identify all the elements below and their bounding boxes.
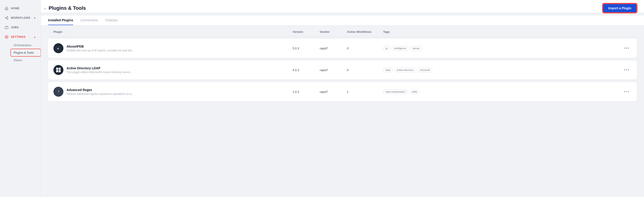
plugin-tags-regex: data manipulation utility — [383, 90, 622, 94]
regex-icon-text: .* — [58, 90, 59, 93]
svg-text:●: ● — [57, 47, 59, 50]
plugin-icon-adldap — [54, 65, 64, 75]
sidebar-item-settings[interactable]: SETTINGS ▲ — [0, 32, 40, 42]
windows-logo-icon — [56, 68, 61, 72]
plugin-info-abuseipdb: ● AbuseIPDB Enables the look up of IP re… — [54, 43, 292, 53]
plugin-meta-adldap: Active Directory LDAP This plugin utiliz… — [66, 66, 133, 74]
plugin-vendor-regex: rapid7 — [320, 90, 347, 94]
col-header-tags: Tags — [383, 30, 622, 34]
workflows-chevron-icon: ▼ — [34, 17, 36, 19]
sidebar-item-plugins[interactable]: Plugins & Tools — [11, 49, 40, 56]
col-header-plugin: Plugin — [54, 30, 292, 34]
tab-chatops[interactable]: ChatOps — [105, 16, 118, 25]
tag-intelligence: intelligence — [392, 46, 409, 50]
plugin-meta-regex: Advanced Regex Perform advanced regular … — [66, 88, 134, 96]
sidebar-item-status[interactable]: Status — [11, 56, 40, 64]
tab-installed-plugins[interactable]: Installed Plugins — [48, 16, 73, 25]
sidebar-sub-menu: Orchestrators Plugins & Tools Status — [0, 42, 40, 64]
tab-bar: Installed Plugins Connections ChatOps — [41, 16, 644, 25]
jobs-icon — [4, 25, 8, 30]
plugin-version-abuseipdb: 5.0.3 — [292, 47, 320, 50]
svg-point-6 — [6, 36, 7, 37]
svg-point-0 — [7, 16, 8, 17]
svg-rect-5 — [5, 27, 8, 29]
tag-ip: ip — [383, 46, 390, 50]
col-header-actions — [622, 30, 631, 34]
more-options-adldap[interactable]: ••• — [622, 68, 631, 72]
tag-utility: utility — [409, 90, 420, 94]
col-header-active-workflows: Active Workflows — [347, 30, 383, 34]
more-options-abuseipdb[interactable]: ••• — [622, 46, 631, 51]
sidebar-item-home-label: HOME — [11, 7, 20, 10]
plugin-row: ● AbuseIPDB Enables the look up of IP re… — [48, 39, 637, 58]
settings-icon — [4, 35, 8, 39]
tag-microsoft: microsoft — [417, 68, 432, 72]
col-header-vendor: Vendor — [320, 30, 347, 34]
import-plugin-button[interactable]: Import a Plugin — [603, 4, 637, 13]
plugin-name-abuseipdb: AbuseIPDB — [66, 44, 134, 48]
sidebar-item-home[interactable]: HOME — [0, 4, 40, 13]
plugin-desc-abuseipdb: Enables the look up of IP reports, provi… — [66, 49, 134, 52]
plugin-name-adldap: Active Directory LDAP — [66, 66, 133, 70]
plugin-version-regex: 1.0.3 — [292, 90, 320, 94]
plugin-workflows-adldap: 0 — [347, 68, 383, 72]
plugin-row: Active Directory LDAP This plugin utiliz… — [48, 60, 637, 80]
plugin-info-adldap: Active Directory LDAP This plugin utiliz… — [54, 65, 292, 75]
plugin-tags-adldap: ldap active directory microsoft — [383, 68, 622, 72]
plugin-vendor-adldap: rapid7 — [320, 68, 347, 72]
tag-abuse: abuse — [410, 46, 422, 50]
sidebar-item-workflows[interactable]: WORKFLOWS ▼ — [0, 13, 40, 23]
plugin-tags-abuseipdb: ip intelligence abuse — [383, 46, 622, 50]
plugin-workflows-abuseipdb: 0 — [347, 47, 383, 50]
plugin-info-regex: .* Advanced Regex Perform advanced regul… — [54, 87, 292, 97]
plugin-vendor-abuseipdb: rapid7 — [320, 47, 347, 50]
plugin-icon-regex: .* — [54, 87, 64, 97]
sidebar-item-workflows-label: WORKFLOWS — [11, 16, 30, 20]
plugin-name-regex: Advanced Regex — [66, 88, 134, 92]
sidebar: HOME WORKFLOWS ▼ JOBS SETTINGS ▲ — [0, 0, 41, 197]
svg-line-3 — [6, 18, 7, 19]
tag-data-manipulation: data manipulation — [383, 90, 408, 94]
main-content: ‹ Plugins & Tools Import a Plugin Instal… — [41, 0, 644, 197]
plugin-desc-adldap: This plugin utilizes Microsoft's Active … — [66, 71, 133, 74]
table-header: Plugin Version Vendor Active Workflows T… — [48, 27, 637, 37]
plugin-icon-abuseipdb: ● — [54, 43, 64, 53]
plugin-meta-abuseipdb: AbuseIPDB Enables the look up of IP repo… — [66, 44, 134, 52]
more-options-regex[interactable]: ••• — [622, 90, 631, 94]
plugin-row: .* Advanced Regex Perform advanced regul… — [48, 82, 637, 101]
col-header-version: Version — [292, 30, 320, 34]
svg-line-4 — [6, 17, 7, 18]
page-header: ‹ Plugins & Tools Import a Plugin — [41, 0, 644, 13]
tag-active-directory: active directory — [394, 68, 416, 72]
sidebar-item-orchestrators[interactable]: Orchestrators — [11, 42, 40, 49]
plugin-desc-regex: Perform advanced regular expression oper… — [66, 92, 134, 96]
sidebar-item-settings-label: SETTINGS — [11, 35, 26, 38]
plugin-workflows-regex: 1 — [347, 90, 383, 94]
svg-point-1 — [5, 18, 6, 18]
sidebar-item-jobs[interactable]: JOBS — [0, 23, 40, 32]
sidebar-item-jobs-label: JOBS — [11, 26, 19, 29]
tag-ldap: ldap — [383, 68, 393, 72]
page-title: Plugins & Tools — [49, 5, 86, 11]
svg-point-2 — [7, 18, 8, 20]
home-icon — [4, 6, 8, 10]
tab-connections[interactable]: Connections — [80, 16, 98, 25]
header-left: ‹ Plugins & Tools — [44, 5, 86, 11]
back-button[interactable]: ‹ — [44, 6, 46, 10]
plugins-content: Plugin Version Vendor Active Workflows T… — [41, 25, 644, 197]
settings-chevron-icon: ▲ — [34, 36, 36, 38]
workflows-icon — [4, 16, 8, 20]
plugin-version-adldap: 4.0.3 — [292, 68, 320, 72]
